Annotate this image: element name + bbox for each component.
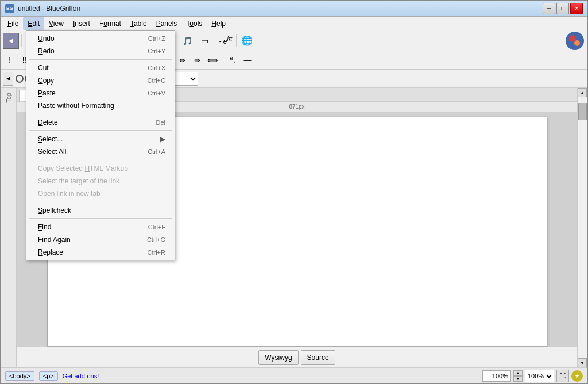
svg-point-1 [569,35,576,42]
scroll-track[interactable] [578,97,587,358]
format-align-justify[interactable]: ⟺ [205,53,220,67]
separator-6 [29,218,172,219]
menu-select-all[interactable]: Select All Ctrl+A [26,145,175,158]
window-controls: ─ □ ✕ [543,3,583,14]
menu-select[interactable]: Select... ▶ [26,133,175,145]
toolbar-divider-btn[interactable]: ▭ [196,33,212,49]
menu-panels[interactable]: Panels [152,17,182,30]
left-panel-toggle[interactable]: ◀ [3,33,19,49]
separator-4 [29,160,172,160]
scroll-up-arrow[interactable]: ▲ [578,88,587,97]
title-bar: BG untitled - BlueGriffon ─ □ ✕ [1,1,587,17]
window-title: untitled - BlueGriffon [18,5,543,13]
format-align-right[interactable]: ⇒ [190,53,204,67]
menu-copy-html: Copy Selected HTML Markup [26,162,175,175]
sep-f3 [223,54,223,67]
format-align-center[interactable]: ⇔ [175,53,189,67]
app-window: BG untitled - BlueGriffon ─ □ ✕ File Edi… [0,0,588,384]
scroll-down-arrow[interactable]: ▼ [578,358,587,367]
ruler-width: 871px [289,103,304,110]
toolbar-math-btn[interactable]: - eiπ [218,33,234,49]
separator-1 [29,59,172,60]
app-icon: BG [5,4,14,13]
width-left-arrow[interactable]: ◀ [3,72,13,86]
menu-paste-no-format[interactable]: Paste without Formatting [26,99,175,112]
menu-copy[interactable]: Copy Ctrl+C [26,74,175,87]
menu-spellcheck[interactable]: Spellcheck [26,204,175,217]
menu-delete[interactable]: Delete Del [26,116,175,129]
separator-2 [29,114,172,114]
right-scrollbar: ▲ ▼ [577,88,587,367]
status-bar: <body> <p> Get add-ons! ▲ ▼ 50% 75% 100%… [1,367,587,383]
left-panel: Top [1,88,17,367]
maximize-button[interactable]: □ [556,3,569,14]
status-tag-p[interactable]: <p> [39,371,58,381]
format-exclaim1[interactable]: ! [3,53,17,67]
separator-3 [29,130,172,131]
close-button[interactable]: ✕ [570,3,583,14]
sep-t2 [215,34,215,47]
get-addons-link[interactable]: Get add-ons! [63,373,99,379]
menu-tools[interactable]: Tools [181,17,207,30]
zoom-down-arrow[interactable]: ▼ [513,376,523,382]
menu-open-link-tab: Open link in new tab [26,187,175,200]
menubar: File Edit View Insert Format Table Panel… [1,17,587,30]
zoom-up-arrow[interactable]: ▲ [513,370,523,376]
minimize-button[interactable]: ─ [543,3,555,14]
app-logo [564,30,585,51]
sep-t1 [21,34,22,47]
zoom-arrows: ▲ ▼ [513,370,523,382]
zoom-input[interactable] [482,370,511,382]
menu-select-link-target: Select the target of the link [26,175,175,187]
edit-dropdown-menu: Undo Ctrl+Z Redo Ctrl+Y Cut Ctrl+X Copy … [26,30,175,260]
toolbar-audio-btn[interactable]: 🎵 [179,33,195,49]
menu-replace[interactable]: Replace Ctrl+R [26,246,175,259]
menu-file[interactable]: File [3,17,23,30]
menu-insert[interactable]: Insert [68,17,95,30]
svg-point-2 [574,40,580,46]
scroll-thumb[interactable] [578,103,587,120]
menu-help[interactable]: Help [207,17,230,30]
menu-undo[interactable]: Undo Ctrl+Z [26,32,175,45]
menu-table[interactable]: Table [126,17,152,30]
menu-paste[interactable]: Paste Ctrl+V [26,87,175,99]
bottom-bar: Wysiwyg Source [17,347,577,367]
menu-edit[interactable]: Edit [23,17,44,30]
toolbar-web-btn[interactable]: 🌐 [239,33,255,49]
format-hr[interactable]: ― [241,53,254,67]
addon-icon[interactable]: ★ [571,370,583,382]
sep-t3 [236,34,237,47]
zoom-select[interactable]: 50% 75% 100% 125% 150% 200% [525,370,554,382]
separator-5 [29,202,172,202]
radio-circle-1[interactable] [16,75,24,83]
menu-redo[interactable]: Redo Ctrl+Y [26,45,175,57]
format-quote[interactable]: ❝, [226,53,239,67]
menu-find-again[interactable]: Find Again Ctrl+G [26,233,175,246]
source-button[interactable]: Source [301,350,335,365]
menu-find[interactable]: Find Ctrl+F [26,221,175,233]
wysiwyg-button[interactable]: Wysiwyg [258,350,298,365]
fit-button[interactable]: ⛶ [556,370,569,382]
status-tag-body[interactable]: <body> [5,371,34,381]
menu-cut[interactable]: Cut Ctrl+X [26,62,175,74]
status-right: ▲ ▼ 50% 75% 100% 125% 150% 200% ⛶ ★ [482,370,583,382]
menu-view[interactable]: View [44,17,68,30]
menu-format[interactable]: Format [95,17,126,30]
top-label[interactable]: Top [3,90,14,105]
